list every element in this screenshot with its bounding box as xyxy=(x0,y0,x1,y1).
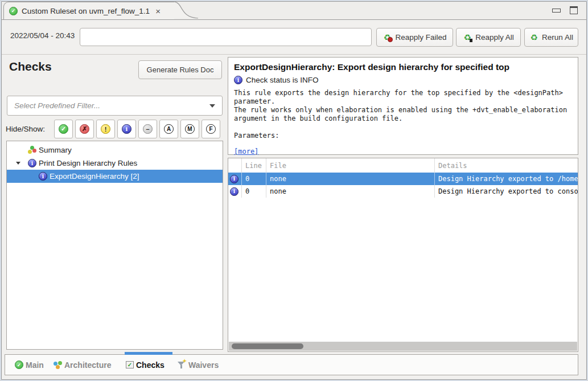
scrollbar-thumb[interactable] xyxy=(232,343,303,349)
line-column-header[interactable]: Line xyxy=(241,158,266,173)
letter-m-icon: M xyxy=(185,124,195,134)
letter-a-icon: A xyxy=(164,124,174,134)
tab-label: Main xyxy=(26,360,44,370)
reapply-failed-label: Reapply Failed xyxy=(395,33,446,42)
generate-rules-doc-button[interactable]: Generate Rules Doc xyxy=(138,60,222,79)
architecture-tab-icon xyxy=(54,360,62,369)
title-bar: ✓ Custom Ruleset on uvm_ref_flow_1.1 × xyxy=(0,0,588,20)
file-column-header[interactable]: File xyxy=(266,158,434,173)
checks-panel-title: Checks xyxy=(9,60,52,73)
info-icon: i xyxy=(39,172,47,181)
tree-expander-icon[interactable] xyxy=(16,162,20,165)
toggle-failed-button[interactable]: ✗ xyxy=(75,120,94,138)
check-description-text: This rule exports the design hierarchy f… xyxy=(234,89,572,123)
window-title: Custom Ruleset on uvm_ref_flow_1.1 xyxy=(22,7,150,15)
reapply-failed-icon: ♻ xyxy=(383,33,392,42)
horizontal-scrollbar[interactable] xyxy=(229,342,577,351)
file-cell: none xyxy=(266,173,434,185)
disabled-icon: − xyxy=(143,124,153,134)
info-icon: i xyxy=(122,124,131,134)
tab-checks[interactable]: ✓ Checks xyxy=(126,355,165,375)
tab-close-icon[interactable]: × xyxy=(155,6,161,16)
results-table: Line File Details i 0 none Design Hierar… xyxy=(228,158,578,352)
run-timestamp: 2022/05/04 - 20:43 xyxy=(10,31,75,40)
tab-label: Waivers xyxy=(188,360,219,370)
info-icon: i xyxy=(234,76,242,84)
reapply-failed-button[interactable]: ♻ Reapply Failed xyxy=(376,28,453,47)
tree-item-label: Summary xyxy=(39,146,72,154)
tab-architecture[interactable]: Architecture xyxy=(54,355,111,375)
tree-item-print-design-hierarchy-rules[interactable]: i Print Design Hierarchy Rules xyxy=(7,157,223,170)
rerun-all-button[interactable]: ♻ Rerun All xyxy=(524,28,578,47)
tree-item-label: ExportDesignHierarchy [2] xyxy=(50,172,139,181)
info-icon: i xyxy=(230,175,239,183)
table-header-row: Line File Details xyxy=(228,158,578,173)
main-tab-icon: ✓ xyxy=(15,360,23,369)
tab-label: Checks xyxy=(136,360,165,370)
details-column-header[interactable]: Details xyxy=(434,158,578,173)
minimize-button[interactable] xyxy=(552,9,561,13)
more-link[interactable]: [more] xyxy=(234,148,258,155)
check-failed-icon: ✗ xyxy=(80,124,89,134)
generate-rules-doc-label: Generate Rules Doc xyxy=(147,65,214,74)
toggle-mandatory-button[interactable]: M xyxy=(180,120,199,138)
toggle-passed-button[interactable]: ✓ xyxy=(54,120,73,138)
toolbar: 2022/05/04 - 20:43 ♻ Reapply Failed ♻ Re… xyxy=(0,20,588,55)
check-description-panel: ExportDesignHierarchy: Export design hie… xyxy=(228,57,578,155)
parameters-label: Parameters: xyxy=(234,132,572,140)
reapply-all-label: Reapply All xyxy=(475,33,514,42)
line-cell: 0 xyxy=(241,185,266,198)
tree-item-label: Print Design Hierarchy Rules xyxy=(39,159,137,167)
search-input[interactable] xyxy=(80,28,372,46)
tab-waivers[interactable]: ✦ Waivers xyxy=(177,355,219,375)
check-passed-icon: ✓ xyxy=(59,124,68,134)
checks-tree: Summary i Print Design Hierarchy Rules i… xyxy=(6,141,223,350)
file-cell: none xyxy=(266,185,434,198)
info-icon: i xyxy=(28,159,36,167)
tab-label: Architecture xyxy=(64,360,111,370)
details-cell: Design Hierarchy exported to console xyxy=(434,185,578,198)
bottom-tab-bar: ✓ Main Architecture ✓ Checks ✦ Waivers xyxy=(5,354,578,375)
predefined-filter-combobox[interactable]: Select Predefined Filter... xyxy=(7,96,223,116)
hide-show-label: Hide/Show: xyxy=(6,125,45,133)
toggle-all-button[interactable]: A xyxy=(159,120,178,138)
info-icon: i xyxy=(230,187,239,196)
check-status-text: Check status is INFO xyxy=(246,76,319,84)
letter-f-icon: F xyxy=(206,124,216,134)
toggle-warning-button[interactable]: ! xyxy=(96,120,115,138)
toggle-disabled-button[interactable]: − xyxy=(138,120,157,138)
rerun-all-icon: ♻ xyxy=(529,33,538,42)
summary-cluster-icon xyxy=(28,146,36,154)
checks-tab-icon: ✓ xyxy=(126,361,134,368)
icon-column-header[interactable] xyxy=(228,158,241,173)
chevron-down-icon xyxy=(209,104,215,108)
reapply-all-button[interactable]: ♻ Reapply All xyxy=(456,28,521,47)
waivers-funnel-icon: ✦ xyxy=(177,360,186,369)
tree-item-summary[interactable]: Summary xyxy=(7,144,223,157)
details-cell: Design Hierarchy exported to /home/a xyxy=(434,173,578,185)
toggle-filtered-button[interactable]: F xyxy=(202,120,220,138)
predefined-filter-placeholder: Select Predefined Filter... xyxy=(14,101,209,110)
reapply-all-icon: ♻ xyxy=(463,33,472,42)
line-cell: 0 xyxy=(241,173,266,185)
warning-icon: ! xyxy=(101,124,110,134)
maximize-button[interactable] xyxy=(570,6,578,14)
window-tab[interactable]: ✓ Custom Ruleset on uvm_ref_flow_1.1 × xyxy=(3,2,174,19)
ruleset-status-icon: ✓ xyxy=(9,7,18,15)
toggle-info-button[interactable]: i xyxy=(117,120,136,138)
tree-item-exportdesignhierarchy[interactable]: i ExportDesignHierarchy [2] xyxy=(7,170,223,183)
table-row[interactable]: i 0 none Design Hierarchy exported to co… xyxy=(228,185,578,198)
tab-main[interactable]: ✓ Main xyxy=(15,355,44,375)
rerun-all-label: Rerun All xyxy=(542,33,573,42)
table-row[interactable]: i 0 none Design Hierarchy exported to /h… xyxy=(228,173,578,185)
tab-curve xyxy=(174,2,198,19)
check-heading: ExportDesignHierarchy: Export design hie… xyxy=(234,62,572,72)
